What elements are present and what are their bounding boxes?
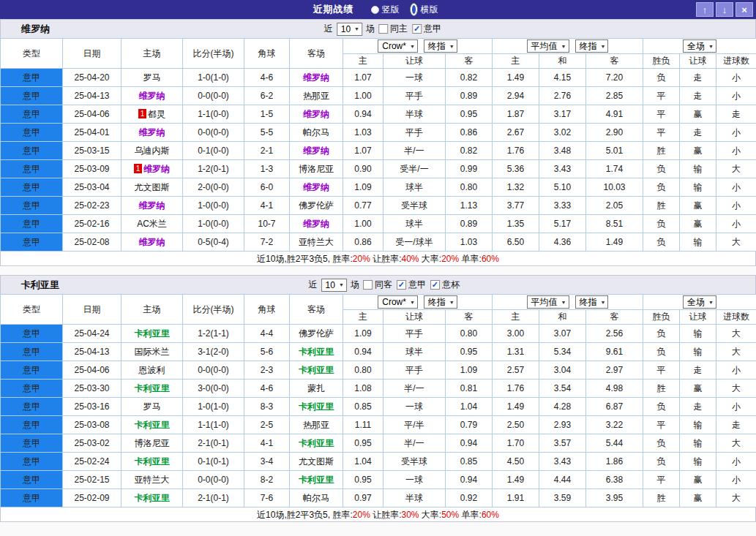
summary-segment: 30% [401, 510, 419, 520]
team-name: 卡利亚里 [299, 347, 334, 357]
summary-segment: 胜率: [332, 510, 352, 520]
cell-score: 0-0(0-0) [183, 124, 244, 142]
cell-result-goals: 小 [716, 197, 756, 215]
match-row: 意甲25-02-16AC米兰1-0(0-0)10-7维罗纳1.00球半0.891… [1, 215, 756, 233]
cell-result-wdl: 负 [643, 178, 680, 197]
subcol-result-wdl: 胜负 [643, 54, 680, 69]
cell-result-wdl: 胜 [643, 489, 680, 507]
cell-euro-draw-odds: 3.17 [539, 105, 586, 124]
summary-segment: 近10场,胜2平3负5, [257, 510, 332, 520]
cell-away-team: 帕尔马 [290, 489, 343, 507]
cell-score: 2-0(0-0) [183, 178, 244, 197]
cell-league: 意甲 [1, 434, 63, 453]
cell-result-wdl: 负 [643, 398, 680, 416]
match-row: 意甲25-03-30卡利亚里3-0(0-0)4-6蒙扎1.08半/一0.811.… [1, 380, 756, 398]
cell-score: 1-2(0-1) [183, 160, 244, 178]
cell-date: 25-02-08 [63, 233, 121, 252]
result-scope-header: 全场▼ [643, 39, 756, 54]
cell-asian-handicap: 半球 [383, 105, 446, 124]
cell-euro-draw-odds: 3.43 [539, 453, 586, 471]
cell-asian-home-odds: 0.85 [343, 398, 383, 416]
cell-asian-handicap: 受半球 [383, 453, 446, 471]
cell-result-goals: 小 [716, 471, 756, 489]
cell-date: 25-02-15 [63, 471, 121, 489]
close-button[interactable]: × [736, 2, 753, 17]
cell-euro-draw-odds: 3.59 [539, 489, 586, 507]
summary-segment: 让胜率: [370, 510, 402, 520]
cell-away-team: 维罗纳 [290, 142, 343, 160]
cell-league: 意甲 [1, 233, 63, 252]
bookmaker-select[interactable]: Crow*▼ [378, 295, 418, 309]
asian-final-index-select[interactable]: 终指▼ [424, 295, 457, 309]
filter-games-label: 场 [366, 23, 375, 35]
filter-checkbox[interactable]: ✓意甲 [412, 23, 441, 35]
full-match-value: 全场 [687, 296, 705, 309]
cell-result-goals: 小 [716, 124, 756, 142]
full-match-select[interactable]: 全场▼ [683, 39, 716, 53]
bookmaker-select[interactable]: Crow*▼ [378, 39, 418, 53]
match-row: 意甲25-03-15乌迪内斯0-1(0-0)2-1维罗纳1.07半/一0.821… [1, 142, 756, 160]
full-match-select[interactable]: 全场▼ [683, 295, 716, 309]
cell-asian-home-odds: 1.07 [343, 142, 383, 160]
subcol-euro-away: 客 [586, 310, 643, 325]
games-count-select[interactable]: 10 ▼ [321, 279, 347, 292]
cell-home-team: 恩波利 [121, 361, 183, 380]
subcol-asian-home: 主 [343, 54, 383, 69]
euro-final-index-select[interactable]: 终指▼ [575, 39, 609, 53]
euro-average-select[interactable]: 平均值▼ [527, 39, 569, 53]
cell-asian-handicap: 一球 [383, 471, 446, 489]
cell-away-team: 维罗纳 [290, 215, 343, 233]
chevron-down-icon: ▼ [601, 44, 606, 49]
cell-euro-draw-odds: 3.02 [539, 124, 586, 142]
euro-odds-source-header: 平均值▼ 终指▼ [493, 295, 643, 310]
euro-final-index-select[interactable]: 终指▼ [575, 295, 609, 309]
cell-home-team: 卡利亚里 [121, 416, 183, 434]
cell-league: 意甲 [1, 325, 63, 343]
cell-corners: 2-1 [244, 142, 290, 160]
filter-checkbox[interactable]: ✓意杯 [430, 279, 460, 291]
cell-result-handicap: 走 [680, 87, 716, 105]
cell-score: 1-1(1-0) [183, 416, 244, 434]
team-name: 卡利亚里 [299, 475, 334, 485]
cell-result-goals: 小 [716, 453, 756, 471]
sections-container: 维罗纳 近 10 ▼ 场 同主✓意甲 类型 日期 [0, 19, 756, 522]
cell-result-goals: 小 [716, 87, 756, 105]
filter-checkbox[interactable]: 同主 [378, 23, 408, 35]
cell-asian-home-odds: 0.86 [343, 233, 383, 252]
euro-average-select[interactable]: 平均值▼ [527, 295, 569, 309]
cell-result-handicap: 输 [680, 160, 716, 178]
filter-checkbox[interactable]: ✓意甲 [397, 279, 426, 291]
match-row: 意甲25-02-08维罗纳0-5(0-4)7-2亚特兰大0.86受一/球半1.0… [1, 233, 756, 252]
cell-asian-home-odds: 0.95 [343, 434, 383, 453]
cell-asian-home-odds: 1.08 [343, 380, 383, 398]
section-team-name: 维罗纳 [21, 23, 50, 36]
cell-euro-away-odds: 5.44 [586, 434, 643, 453]
team-name: 维罗纳 [139, 200, 165, 211]
view-option-label: 横版 [421, 4, 438, 16]
cell-date: 25-03-08 [63, 416, 121, 434]
view-option-vertical[interactable]: 竖版 [371, 4, 400, 16]
summary-segment: 单率: [459, 510, 482, 520]
games-count-select[interactable]: 10 ▼ [337, 23, 362, 36]
cell-date: 25-02-09 [63, 489, 121, 507]
cell-result-handicap: 输 [680, 325, 716, 343]
cell-result-goals: 小 [716, 142, 756, 160]
team-name: 亚特兰大 [135, 475, 170, 485]
filter-checkbox[interactable]: 同客 [363, 279, 392, 291]
team-name: 博洛尼亚 [299, 164, 334, 174]
scroll-up-button[interactable]: ↑ [696, 2, 714, 17]
summary-segment: 60% [482, 510, 499, 520]
cell-result-goals: 小 [716, 69, 756, 87]
filter-near-label: 近 [324, 23, 333, 35]
euro-final-value: 终指 [580, 296, 597, 309]
cell-asian-handicap: 半/一 [383, 142, 446, 160]
asian-final-index-select[interactable]: 终指▼ [424, 39, 457, 53]
cell-euro-home-odds: 1.49 [493, 471, 539, 489]
scroll-down-button[interactable]: ↓ [716, 2, 733, 17]
cell-euro-home-odds: 2.94 [493, 87, 539, 105]
cell-corners: 1-3 [244, 160, 290, 178]
cell-euro-home-odds: 1.49 [493, 398, 539, 416]
view-option-horizontal[interactable]: 横版 [410, 3, 438, 16]
chevron-down-icon: ▼ [708, 44, 714, 49]
cell-asian-away-odds: 0.79 [446, 416, 493, 434]
